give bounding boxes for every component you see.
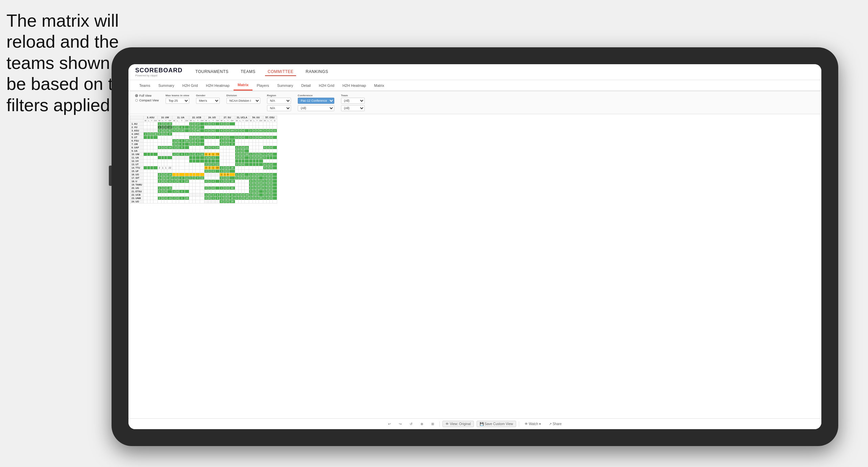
watch-btn[interactable]: 👁 Watch ▾ — [522, 421, 544, 427]
division-select[interactable]: NCAA Division I NCAA Division II NCAA Di… — [226, 98, 260, 104]
conference-select[interactable]: Pac-12 Conference (All) ACC Big Ten SEC — [298, 98, 334, 104]
zoom-btn[interactable]: ⊕ — [418, 421, 426, 427]
subnav-h2hheatmap2[interactable]: H2H Heatmap — [338, 81, 370, 90]
matrix-cell — [153, 187, 158, 190]
matrix-cell: 2 — [158, 180, 161, 183]
matrix-cell: 0 — [242, 146, 245, 149]
subnav-summary2[interactable]: Summary — [273, 81, 297, 90]
region-select[interactable]: N/A Northeast Southeast West — [267, 98, 291, 104]
matrix-cell — [256, 126, 259, 129]
matrix-cell — [176, 122, 179, 126]
matrix-cell: 1 — [189, 153, 193, 156]
full-view-radio-circle — [135, 94, 138, 97]
nav-committee[interactable]: COMMITTEE — [265, 68, 296, 76]
gender-label: Gender — [196, 94, 220, 97]
matrix-cell — [158, 136, 161, 139]
matrix-cell — [172, 159, 176, 163]
share-btn[interactable]: ↗ Share — [546, 421, 564, 427]
full-view-radio[interactable]: Full View — [135, 94, 159, 97]
max-teams-select[interactable]: Top 25 Top 10 Top 50 — [166, 98, 189, 104]
matrix-cell: 0 — [161, 176, 164, 180]
matrix-cell — [256, 159, 259, 163]
matrix-cell: 1 — [223, 176, 226, 180]
matrix-cell: 0 — [256, 180, 259, 183]
matrix-cell: 4 — [176, 139, 179, 143]
matrix-cell: 0 — [239, 156, 242, 159]
matrix-cell — [273, 159, 277, 163]
subnav-teams[interactable]: Teams — [135, 81, 154, 90]
sh-w6: W — [220, 119, 223, 122]
redo-btn[interactable]: ↪ — [396, 421, 404, 427]
matrix-cell: 0 — [158, 146, 161, 149]
nav-tournaments[interactable]: TOURNAMENTS — [193, 68, 231, 76]
matrix-cell — [147, 200, 150, 203]
sh-d4: Dif — [200, 119, 204, 122]
view-original-btn[interactable]: 👁 View: Original — [442, 421, 474, 427]
matrix-cell: 1 — [158, 176, 161, 180]
matrix-cell: 1 — [172, 139, 176, 143]
matrix-cell — [189, 173, 193, 176]
matrix-cell: 1 — [263, 190, 267, 193]
team-select-2[interactable]: (All) — [341, 105, 365, 111]
subnav-matrix2[interactable]: Matrix — [370, 81, 388, 90]
matrix-cell — [211, 200, 215, 203]
settings-btn[interactable]: ⊞ — [429, 421, 437, 427]
subnav-players[interactable]: Players — [252, 81, 273, 90]
sh-w8: W — [249, 119, 253, 122]
matrix-cell — [193, 190, 196, 193]
sh-t7: T — [242, 119, 245, 122]
row-label: 20. UG — [130, 187, 144, 190]
matrix-cell — [263, 126, 267, 129]
compact-view-radio[interactable]: Compact View — [135, 99, 159, 102]
subnav-summary1[interactable]: Summary — [154, 81, 178, 90]
conference-select-2[interactable]: (All) — [298, 105, 334, 111]
gender-filter: Gender Men's Women's — [196, 94, 220, 104]
row-label: 18. U — [130, 180, 144, 183]
subnav-h2hheatmap1[interactable]: H2H Heatmap — [202, 81, 234, 90]
subnav-h2hgrid2[interactable]: H2H Grid — [315, 81, 338, 90]
matrix-cell: 0 — [215, 197, 220, 200]
undo-btn[interactable]: ↩ — [385, 421, 393, 427]
matrix-cell — [185, 166, 189, 170]
matrix-cell: 2 — [235, 136, 239, 139]
matrix-cell — [150, 173, 153, 176]
matrix-cell: 0 — [176, 126, 179, 129]
matrix-cell — [193, 149, 196, 153]
matrix-cell — [245, 173, 249, 176]
matrix-cell — [144, 156, 147, 159]
region-select-2[interactable]: N/A — [267, 105, 291, 111]
matrix-cell — [220, 159, 223, 163]
table-row: 19. TAMU01010100 — [130, 183, 277, 187]
row-label: 7. UM — [130, 143, 144, 146]
subnav-h2hgrid1[interactable]: H2H Grid — [178, 81, 202, 90]
matrix-cell — [153, 139, 158, 143]
matrix-cell — [204, 200, 208, 203]
matrix-cell — [150, 126, 153, 129]
matrix-cell — [252, 143, 256, 146]
matrix-cell: 0 — [164, 180, 167, 183]
gender-select[interactable]: Men's Women's — [196, 98, 220, 104]
matrix-cell: 0 — [158, 132, 161, 136]
matrix-cell — [200, 197, 204, 200]
matrix-cell — [150, 183, 153, 187]
team-select[interactable]: (All) — [341, 98, 365, 104]
subnav-detail[interactable]: Detail — [297, 81, 315, 90]
subnav-matrix1[interactable]: Matrix — [234, 80, 252, 91]
matrix-cell — [211, 132, 215, 136]
save-custom-btn[interactable]: 💾 Save Custom View — [477, 421, 516, 427]
matrix-cell: 0 — [270, 129, 273, 132]
col-ucla: 31. UCLA — [235, 116, 249, 119]
matrix-cell — [249, 143, 253, 146]
matrix-cell: 0 — [164, 197, 167, 200]
reset-btn[interactable]: ↺ — [407, 421, 415, 427]
matrix-cell: 1 — [252, 180, 256, 183]
matrix-cell — [259, 146, 263, 149]
matrix-cell — [239, 139, 242, 143]
matrix-cell — [176, 136, 179, 139]
nav-teams[interactable]: TEAMS — [238, 68, 258, 76]
matrix-area[interactable]: 3. ASU 10. UW 11. UA 22. UCB 24. UO 27. … — [128, 114, 821, 418]
matrix-cell — [208, 176, 211, 180]
matrix-cell — [150, 136, 153, 139]
matrix-cell: 27 — [196, 126, 200, 129]
nav-rankings[interactable]: RANKINGS — [303, 68, 331, 76]
